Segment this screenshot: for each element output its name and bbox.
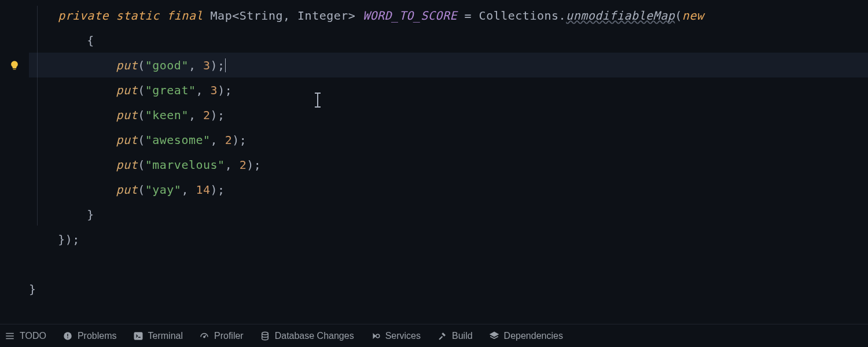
code-line[interactable]: put("marvelous", 2); [29,152,868,177]
svg-marker-15 [490,332,498,337]
type-name: Map [211,9,233,23]
code-line[interactable]: { [29,28,868,53]
panel-label: Terminal [148,331,183,341]
panel-dependencies[interactable]: Dependencies [489,331,563,341]
panel-label: Build [452,331,473,341]
panel-label: Problems [78,331,117,341]
code-line-active[interactable]: put("good", 3); [29,53,868,77]
database-icon [260,331,270,341]
panel-label: Services [385,331,421,341]
terminal-icon [133,331,144,341]
code-editor[interactable]: private static final Map<String, Integer… [0,0,868,324]
method-call: unmodifiableMap [566,9,675,23]
panel-label: TODO [20,331,46,341]
i-beam-cursor-icon [317,93,318,108]
panel-terminal[interactable]: Terminal [133,331,183,341]
panel-problems[interactable]: Problems [62,331,117,341]
svg-rect-6 [67,337,68,338]
code-line[interactable]: } [29,276,868,301]
panel-todo[interactable]: TODO [5,331,46,341]
code-content[interactable]: private static final Map<String, Integer… [29,0,868,324]
editor-gutter [0,0,29,324]
svg-rect-0 [13,68,16,69]
panel-database-changes[interactable]: Database Changes [260,331,354,341]
code-line[interactable] [29,252,868,276]
svg-marker-12 [373,333,376,339]
gauge-icon [199,331,209,341]
svg-point-13 [376,334,379,338]
panel-label: Database Changes [275,331,354,341]
layers-icon [489,331,499,341]
constant-name: WORD_TO_SCORE [355,9,457,23]
panel-services[interactable]: Services [370,331,421,341]
panel-label: Dependencies [504,331,563,341]
panel-build[interactable]: Build [437,331,473,341]
alert-circle-icon [62,331,73,341]
svg-rect-7 [134,333,142,339]
svg-point-11 [262,332,268,335]
code-line[interactable]: private static final Map<String, Integer… [29,3,868,28]
svg-rect-14 [439,335,443,339]
svg-point-10 [204,336,205,337]
indent-guide [37,6,38,226]
list-icon [5,331,15,341]
tool-window-bar: TODO Problems Terminal Profiler [0,324,868,347]
code-line[interactable]: put("awesome", 2); [29,127,868,152]
code-line[interactable]: put("great", 3); [29,77,868,102]
hammer-icon [437,331,447,341]
code-line[interactable]: } [29,202,868,227]
keyword-modifier: private static final [58,9,203,23]
intention-bulb-icon[interactable] [9,60,20,71]
panel-label: Profiler [214,331,244,341]
code-line[interactable]: put("keen", 2); [29,102,868,127]
code-line[interactable]: }); [29,227,868,252]
code-line[interactable]: put("yay", 14); [29,177,868,202]
text-caret [225,58,226,72]
play-circle-icon [370,331,381,341]
svg-rect-5 [67,334,68,337]
panel-profiler[interactable]: Profiler [199,331,244,341]
